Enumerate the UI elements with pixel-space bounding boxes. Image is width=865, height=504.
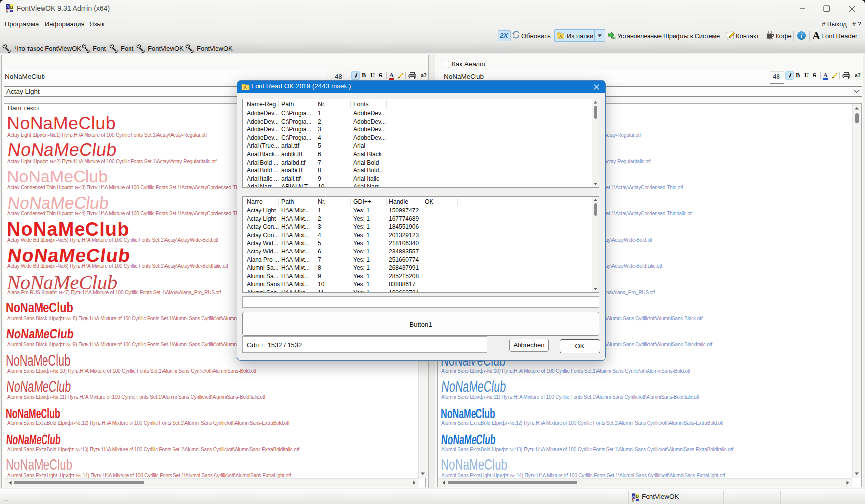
- svg-text:i: i: [801, 32, 803, 39]
- svg-text:A: A: [559, 34, 562, 39]
- svg-text:B: B: [10, 5, 13, 10]
- svg-text:A: A: [244, 85, 247, 90]
- svg-text:B: B: [636, 494, 639, 499]
